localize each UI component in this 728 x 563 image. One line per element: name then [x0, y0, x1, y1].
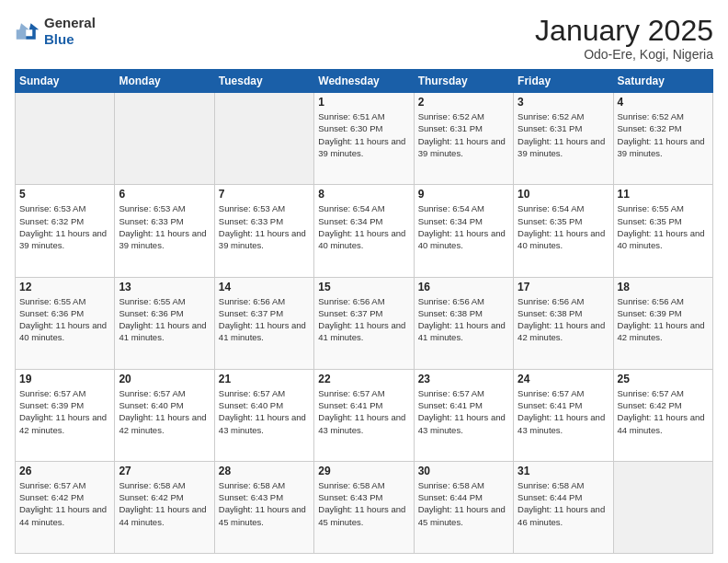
- calendar-cell: 4Sunrise: 6:52 AM Sunset: 6:32 PM Daylig…: [613, 93, 712, 185]
- day-number: 15: [318, 281, 409, 293]
- logo-text: General Blue: [44, 15, 96, 48]
- calendar-header: SundayMondayTuesdayWednesdayThursdayFrid…: [16, 70, 713, 93]
- day-number: 19: [19, 373, 110, 385]
- day-info: Sunrise: 6:57 AM Sunset: 6:41 PM Dayligh…: [318, 387, 409, 436]
- day-info: Sunrise: 6:57 AM Sunset: 6:42 PM Dayligh…: [618, 387, 709, 436]
- day-number: 26: [19, 465, 110, 477]
- weekday-header-thursday: Thursday: [414, 70, 513, 93]
- calendar-cell: 26Sunrise: 6:57 AM Sunset: 6:42 PM Dayli…: [16, 461, 115, 553]
- logo-general-text: General: [44, 15, 96, 30]
- day-info: Sunrise: 6:58 AM Sunset: 6:42 PM Dayligh…: [119, 479, 210, 528]
- calendar-cell: 22Sunrise: 6:57 AM Sunset: 6:41 PM Dayli…: [314, 369, 414, 461]
- day-info: Sunrise: 6:58 AM Sunset: 6:44 PM Dayligh…: [418, 479, 509, 528]
- weekday-header-friday: Friday: [514, 70, 613, 93]
- day-info: Sunrise: 6:57 AM Sunset: 6:41 PM Dayligh…: [418, 387, 509, 436]
- calendar-week-5: 26Sunrise: 6:57 AM Sunset: 6:42 PM Dayli…: [16, 461, 713, 553]
- day-number: 20: [119, 373, 210, 385]
- svg-marker-1: [26, 23, 39, 40]
- day-number: 9: [418, 188, 509, 201]
- day-number: 29: [318, 465, 409, 477]
- day-info: Sunrise: 6:57 AM Sunset: 6:40 PM Dayligh…: [219, 387, 310, 436]
- day-info: Sunrise: 6:58 AM Sunset: 6:43 PM Dayligh…: [318, 479, 409, 528]
- logo-icon: [15, 18, 40, 44]
- calendar-cell: 28Sunrise: 6:58 AM Sunset: 6:43 PM Dayli…: [214, 461, 313, 553]
- day-number: 30: [418, 465, 509, 477]
- calendar-cell: 25Sunrise: 6:57 AM Sunset: 6:42 PM Dayli…: [613, 369, 712, 461]
- calendar-cell: 17Sunrise: 6:56 AM Sunset: 6:38 PM Dayli…: [514, 277, 613, 369]
- day-number: 6: [119, 188, 210, 201]
- calendar-table: SundayMondayTuesdayWednesdayThursdayFrid…: [15, 69, 713, 554]
- calendar-cell: 14Sunrise: 6:56 AM Sunset: 6:37 PM Dayli…: [214, 277, 313, 369]
- day-info: Sunrise: 6:53 AM Sunset: 6:33 PM Dayligh…: [119, 202, 210, 251]
- day-info: Sunrise: 6:51 AM Sunset: 6:30 PM Dayligh…: [318, 110, 409, 159]
- day-info: Sunrise: 6:56 AM Sunset: 6:37 PM Dayligh…: [318, 295, 409, 344]
- calendar-cell: [16, 93, 115, 185]
- day-info: Sunrise: 6:55 AM Sunset: 6:36 PM Dayligh…: [19, 295, 110, 344]
- day-number: 21: [219, 373, 310, 385]
- weekday-header-wednesday: Wednesday: [314, 70, 414, 93]
- weekday-header-tuesday: Tuesday: [214, 70, 313, 93]
- day-number: 11: [618, 188, 709, 201]
- day-info: Sunrise: 6:56 AM Sunset: 6:37 PM Dayligh…: [219, 295, 310, 344]
- calendar-week-4: 19Sunrise: 6:57 AM Sunset: 6:39 PM Dayli…: [16, 369, 713, 461]
- calendar-cell: 15Sunrise: 6:56 AM Sunset: 6:37 PM Dayli…: [314, 277, 414, 369]
- day-info: Sunrise: 6:55 AM Sunset: 6:36 PM Dayligh…: [119, 295, 210, 344]
- calendar-cell: 19Sunrise: 6:57 AM Sunset: 6:39 PM Dayli…: [16, 369, 115, 461]
- calendar-cell: 6Sunrise: 6:53 AM Sunset: 6:33 PM Daylig…: [115, 185, 214, 277]
- calendar-cell: 20Sunrise: 6:57 AM Sunset: 6:40 PM Dayli…: [115, 369, 214, 461]
- calendar-cell: [214, 93, 313, 185]
- day-info: Sunrise: 6:54 AM Sunset: 6:34 PM Dayligh…: [318, 202, 409, 251]
- day-number: 24: [518, 373, 609, 385]
- day-info: Sunrise: 6:55 AM Sunset: 6:35 PM Dayligh…: [618, 202, 709, 251]
- calendar-cell: 21Sunrise: 6:57 AM Sunset: 6:40 PM Dayli…: [214, 369, 313, 461]
- day-info: Sunrise: 6:58 AM Sunset: 6:43 PM Dayligh…: [219, 479, 310, 528]
- calendar-cell: 29Sunrise: 6:58 AM Sunset: 6:43 PM Dayli…: [314, 461, 414, 553]
- page: General Blue January 2025 Odo-Ere, Kogi,…: [0, 0, 728, 563]
- logo-blue-text: Blue: [44, 31, 74, 47]
- calendar-cell: 31Sunrise: 6:58 AM Sunset: 6:44 PM Dayli…: [514, 461, 613, 553]
- day-info: Sunrise: 6:52 AM Sunset: 6:31 PM Dayligh…: [418, 110, 509, 159]
- calendar-cell: 5Sunrise: 6:53 AM Sunset: 6:32 PM Daylig…: [16, 185, 115, 277]
- day-number: 1: [318, 96, 409, 109]
- weekday-header-monday: Monday: [115, 70, 214, 93]
- day-number: 22: [318, 373, 409, 385]
- day-number: 17: [518, 281, 609, 293]
- day-number: 3: [518, 96, 609, 109]
- day-info: Sunrise: 6:52 AM Sunset: 6:31 PM Dayligh…: [518, 110, 609, 159]
- calendar-cell: 9Sunrise: 6:54 AM Sunset: 6:34 PM Daylig…: [414, 185, 513, 277]
- day-number: 23: [418, 373, 509, 385]
- calendar-cell: 12Sunrise: 6:55 AM Sunset: 6:36 PM Dayli…: [16, 277, 115, 369]
- calendar-cell: 13Sunrise: 6:55 AM Sunset: 6:36 PM Dayli…: [115, 277, 214, 369]
- day-number: 25: [618, 373, 709, 385]
- weekday-header-sunday: Sunday: [16, 70, 115, 93]
- day-number: 5: [19, 188, 110, 201]
- logo: General Blue: [15, 15, 96, 48]
- weekday-row: SundayMondayTuesdayWednesdayThursdayFrid…: [16, 70, 713, 93]
- calendar-cell: 3Sunrise: 6:52 AM Sunset: 6:31 PM Daylig…: [514, 93, 613, 185]
- day-number: 4: [618, 96, 709, 109]
- location: Odo-Ere, Kogi, Nigeria: [535, 47, 713, 62]
- calendar-cell: [613, 461, 712, 553]
- calendar-week-1: 1Sunrise: 6:51 AM Sunset: 6:30 PM Daylig…: [16, 93, 713, 185]
- day-number: 28: [219, 465, 310, 477]
- day-info: Sunrise: 6:54 AM Sunset: 6:35 PM Dayligh…: [518, 202, 609, 251]
- calendar-cell: [115, 93, 214, 185]
- calendar-week-2: 5Sunrise: 6:53 AM Sunset: 6:32 PM Daylig…: [16, 185, 713, 277]
- day-number: 27: [119, 465, 210, 477]
- day-info: Sunrise: 6:53 AM Sunset: 6:33 PM Dayligh…: [219, 202, 310, 251]
- day-info: Sunrise: 6:57 AM Sunset: 6:40 PM Dayligh…: [119, 387, 210, 436]
- day-info: Sunrise: 6:57 AM Sunset: 6:39 PM Dayligh…: [19, 387, 110, 436]
- month-title: January 2025: [535, 15, 713, 47]
- title-block: January 2025 Odo-Ere, Kogi, Nigeria: [535, 15, 713, 62]
- day-number: 10: [518, 188, 609, 201]
- calendar-cell: 1Sunrise: 6:51 AM Sunset: 6:30 PM Daylig…: [314, 93, 414, 185]
- calendar-week-3: 12Sunrise: 6:55 AM Sunset: 6:36 PM Dayli…: [16, 277, 713, 369]
- calendar-body: 1Sunrise: 6:51 AM Sunset: 6:30 PM Daylig…: [16, 93, 713, 554]
- day-info: Sunrise: 6:57 AM Sunset: 6:42 PM Dayligh…: [19, 479, 110, 528]
- calendar-cell: 24Sunrise: 6:57 AM Sunset: 6:41 PM Dayli…: [514, 369, 613, 461]
- day-info: Sunrise: 6:53 AM Sunset: 6:32 PM Dayligh…: [19, 202, 110, 251]
- day-info: Sunrise: 6:52 AM Sunset: 6:32 PM Dayligh…: [618, 110, 709, 159]
- day-number: 13: [119, 281, 210, 293]
- weekday-header-saturday: Saturday: [613, 70, 712, 93]
- calendar-cell: 23Sunrise: 6:57 AM Sunset: 6:41 PM Dayli…: [414, 369, 513, 461]
